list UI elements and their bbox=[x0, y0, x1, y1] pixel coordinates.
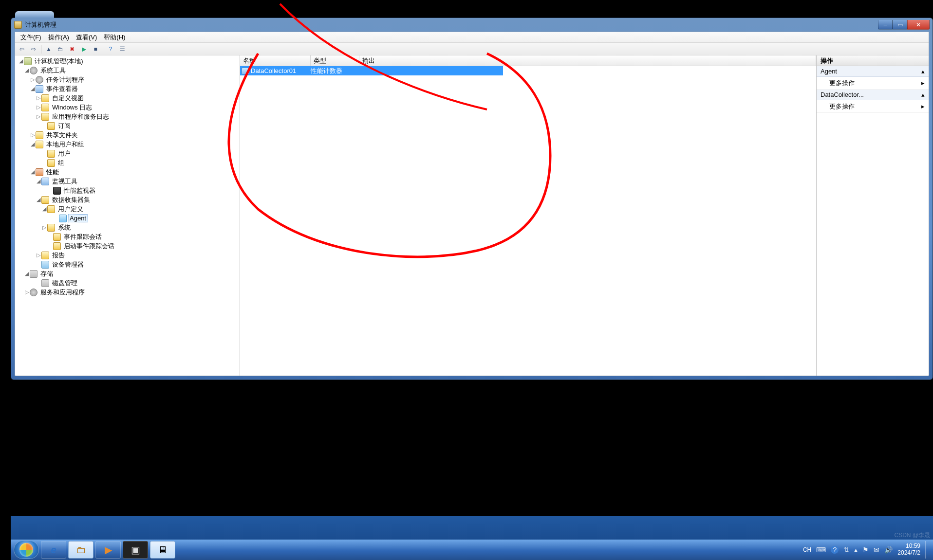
service-icon bbox=[30, 289, 37, 296]
delete-icon[interactable]: ✖ bbox=[67, 44, 77, 54]
menubar[interactable]: 文件(F) 操作(A) 查看(V) 帮助(H) bbox=[15, 32, 929, 43]
folder-icon bbox=[47, 150, 55, 158]
back-icon[interactable]: ⇦ bbox=[17, 44, 27, 54]
clock-time: 10:59 bbox=[897, 543, 920, 550]
tree-custom-views[interactable]: ▷自定义视图 bbox=[15, 93, 240, 103]
tree-groups[interactable]: 组 bbox=[15, 158, 240, 167]
forward-icon[interactable]: ⇨ bbox=[28, 44, 39, 54]
client-area: 文件(F) 操作(A) 查看(V) 帮助(H) ⇦ ⇨ ▲ 🗀 ✖ ▶ ■ ? … bbox=[15, 32, 929, 376]
tree-reports[interactable]: ▷报告 bbox=[15, 251, 240, 260]
system-tray[interactable]: CH ⌨ ? ⇅ ▴ ⚑ ✉ 🔊 10:59 2024/7/2 bbox=[803, 541, 930, 559]
help-icon[interactable]: ? bbox=[105, 44, 116, 54]
glass-tab bbox=[15, 11, 54, 18]
actions-group-agent[interactable]: Agent ▴ bbox=[817, 66, 929, 77]
tree-storage[interactable]: ◢存储 bbox=[15, 269, 240, 278]
up-icon[interactable]: ▲ bbox=[43, 44, 54, 54]
actions-pane: 操作 Agent ▴ 更多操作 ▸ DataCollector... ▴ bbox=[817, 55, 929, 376]
collapse-icon[interactable]: ▴ bbox=[921, 91, 925, 98]
action-center-icon[interactable]: ⚑ bbox=[862, 546, 869, 554]
stop-icon[interactable]: ■ bbox=[90, 44, 101, 54]
list-header: 名称 类型 输出 bbox=[240, 55, 816, 66]
tree-pane[interactable]: ◢计算机管理(本地) ◢系统工具 ▷任务计划程序 ◢事件查看器 ▷自定义视图 ▷… bbox=[15, 55, 240, 376]
chart-icon bbox=[53, 187, 61, 195]
chevron-up-icon[interactable]: ▴ bbox=[854, 546, 858, 554]
start-icon[interactable]: ▶ bbox=[78, 44, 89, 54]
tree-subscribe[interactable]: 订阅 bbox=[15, 121, 240, 130]
cell-name: DataCollector01 bbox=[251, 67, 311, 74]
menu-view[interactable]: 查看(V) bbox=[73, 33, 100, 42]
collapse-icon[interactable]: ▴ bbox=[921, 68, 925, 75]
tree-svc-apps[interactable]: ▷服务和应用程序 bbox=[15, 288, 240, 297]
lang-indicator[interactable]: CH bbox=[803, 546, 811, 553]
task-explorer[interactable]: 🗀 bbox=[68, 541, 93, 559]
list-pane[interactable]: 名称 类型 输出 DataCollector01 性能计数器 bbox=[240, 55, 817, 376]
tree-app-svc-logs[interactable]: ▷应用程序和服务日志 bbox=[15, 112, 240, 121]
trace-icon bbox=[53, 242, 61, 250]
tree-disk-mgmt[interactable]: 磁盘管理 bbox=[15, 278, 240, 288]
taskbar[interactable]: e 🗀 ▶ ▣ 🖥 CH ⌨ ? ⇅ ▴ ⚑ ✉ 🔊 10:59 2024/7/… bbox=[11, 540, 933, 560]
tree-windows-logs[interactable]: ▷Windows 日志 bbox=[15, 103, 240, 112]
col-output[interactable]: 输出 bbox=[359, 55, 816, 66]
cell-type: 性能计数器 bbox=[311, 67, 359, 75]
task-cmd[interactable]: ▣ bbox=[123, 541, 148, 559]
tree-performance[interactable]: ◢性能 bbox=[15, 167, 240, 177]
actions-group-dc01[interactable]: DataCollector... ▴ bbox=[817, 90, 929, 100]
folder-icon bbox=[47, 159, 55, 167]
chevron-right-icon: ▸ bbox=[921, 103, 925, 110]
maximize-button[interactable]: ▭ bbox=[893, 20, 907, 30]
tree-mon-tools[interactable]: ◢监视工具 bbox=[15, 177, 240, 186]
folder-icon bbox=[36, 131, 43, 139]
rss-icon bbox=[47, 122, 55, 130]
help-tray-icon[interactable]: ? bbox=[831, 546, 839, 554]
actions-more-dc01[interactable]: 更多操作 ▸ bbox=[817, 100, 929, 113]
trace-icon bbox=[53, 233, 61, 241]
tree-task-scheduler[interactable]: ▷任务计划程序 bbox=[15, 75, 240, 84]
task-wmp[interactable]: ▶ bbox=[95, 541, 121, 559]
window-frame: 计算机管理 – ▭ ✕ 文件(F) 操作(A) 查看(V) 帮助(H) ⇦ ⇨ … bbox=[11, 18, 933, 380]
folder-icon bbox=[41, 113, 49, 121]
menu-action[interactable]: 操作(A) bbox=[45, 33, 73, 42]
task-compmgmt[interactable]: 🖥 bbox=[150, 541, 175, 559]
tree-system[interactable]: ▷系统 bbox=[15, 223, 240, 232]
minimize-button[interactable]: – bbox=[878, 20, 893, 30]
clock-icon bbox=[36, 76, 43, 84]
properties-icon[interactable]: 🗀 bbox=[55, 44, 66, 54]
keyboard-icon[interactable]: ⌨ bbox=[816, 546, 826, 554]
tree-perf-mon[interactable]: 性能监视器 bbox=[15, 186, 240, 195]
tree-event-viewer[interactable]: ◢事件查看器 bbox=[15, 84, 240, 93]
mail-tray-icon[interactable]: ✉ bbox=[874, 546, 879, 554]
actions-more-agent[interactable]: 更多操作 ▸ bbox=[817, 77, 929, 90]
clock[interactable]: 10:59 2024/7/2 bbox=[897, 543, 920, 557]
watermark: CSDN @李晟 bbox=[894, 531, 930, 540]
folder-icon bbox=[41, 104, 49, 111]
separator bbox=[103, 45, 103, 54]
folder-icon bbox=[41, 196, 49, 204]
close-button[interactable]: ✕ bbox=[907, 20, 930, 30]
tree-event-trace[interactable]: 事件跟踪会话 bbox=[15, 232, 240, 241]
tools-icon bbox=[30, 67, 37, 74]
col-type[interactable]: 类型 bbox=[311, 55, 359, 66]
list-row-datacollector01[interactable]: DataCollector01 性能计数器 bbox=[240, 66, 503, 75]
titlebar[interactable]: 计算机管理 – ▭ ✕ bbox=[11, 18, 933, 32]
tree-local-users[interactable]: ◢本地用户和组 bbox=[15, 140, 240, 149]
tree-user-defined[interactable]: ◢用户定义 bbox=[15, 204, 240, 214]
network-icon[interactable]: ⇅ bbox=[843, 546, 849, 554]
task-ie[interactable]: e bbox=[41, 541, 66, 559]
monitor-icon bbox=[41, 178, 49, 185]
tree-agent[interactable]: Agent bbox=[15, 214, 240, 223]
menu-file[interactable]: 文件(F) bbox=[17, 33, 45, 42]
tree-start-event-trace[interactable]: 启动事件跟踪会话 bbox=[15, 241, 240, 251]
tree-shared-folders[interactable]: ▷共享文件夹 bbox=[15, 130, 240, 140]
tree-root[interactable]: ◢计算机管理(本地) bbox=[15, 56, 240, 66]
tree-sys-tools[interactable]: ◢系统工具 bbox=[15, 66, 240, 75]
show-hide-icon[interactable]: ☰ bbox=[117, 44, 128, 54]
tree-dcs[interactable]: ◢数据收集器集 bbox=[15, 195, 240, 204]
volume-icon[interactable]: 🔊 bbox=[884, 546, 893, 554]
show-desktop-button[interactable] bbox=[925, 541, 930, 559]
folder-icon bbox=[47, 205, 55, 213]
start-button[interactable] bbox=[14, 541, 39, 559]
tree-users[interactable]: 用户 bbox=[15, 149, 240, 158]
tree-device-mgr[interactable]: 设备管理器 bbox=[15, 260, 240, 269]
col-name[interactable]: 名称 bbox=[240, 55, 311, 66]
menu-help[interactable]: 帮助(H) bbox=[100, 33, 129, 42]
